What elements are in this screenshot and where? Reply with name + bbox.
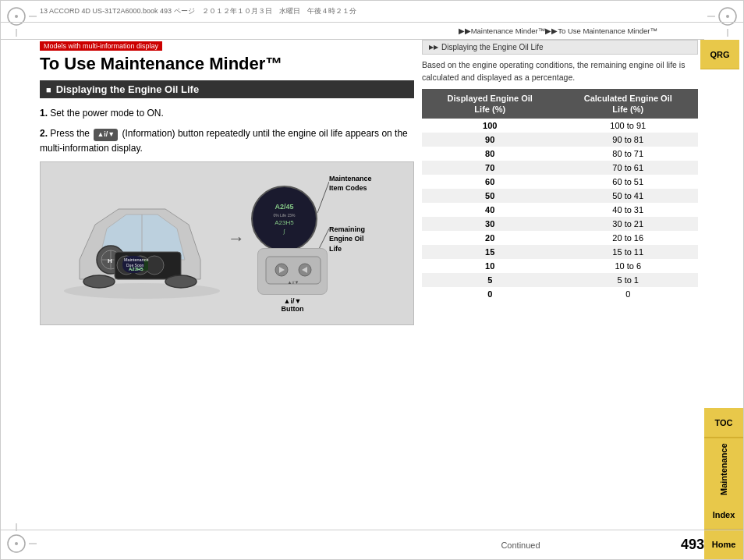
page-number: 493 [681,537,704,553]
callout-line-1 [317,182,329,213]
models-badge: Models with multi-information display [40,41,162,51]
page-container: 13 ACCORD 4D US-31T2A6000.book 493 ページ ２… [0,0,744,560]
table-row-calculated-4: 60 to 51 [558,175,698,189]
info-button-icon: ▲i/▼ [94,129,118,141]
table-row-displayed-3: 70 [422,161,558,175]
table-row-displayed-2: 80 [422,147,558,161]
step-1-number: 1. [40,108,48,119]
table-row-displayed-5: 50 [422,189,558,203]
table-row-calculated-2: 80 to 71 [558,147,698,161]
step-1-text: Set the power mode to ON. [50,108,163,119]
callout-maintenance-codes: MaintenanceItem Codes [329,174,372,193]
step-1: 1. Set the power mode to ON. [40,106,414,120]
breadcrumb: ▶▶Maintenance Minder™▶▶To Use Maintenanc… [459,27,657,35]
svg-text:Maintenance: Maintenance [124,257,149,262]
table-col2-header: Calculated Engine OilLife (%) [558,89,698,119]
table-row-calculated-7: 30 to 21 [558,217,698,231]
top-header: 13 ACCORD 4D US-31T2A6000.book 493 ページ ２… [1,1,743,23]
tab-toc[interactable]: TOC [704,408,743,438]
svg-text:▲i/▼: ▲i/▼ [288,280,299,285]
svg-text:A23H5: A23H5 [129,267,143,271]
button-svg: ▲i/▼ [262,253,324,288]
table-row-calculated-8: 20 to 16 [558,231,698,245]
button-label: ▲i/▼ Button [257,297,328,313]
table-row-displayed-1: 90 [422,133,558,147]
right-panel: Displaying the Engine Oil Life Based on … [422,40,698,528]
oil-life-table: Displayed Engine OilLife (%) Calculated … [422,89,698,302]
table-row-calculated-11: 5 to 1 [558,273,698,287]
table-row-calculated-10: 10 to 6 [558,259,698,273]
side-navigation: QRG TOC Maintenance Index Home [700,1,743,559]
page-title: To Use Maintenance Minder™ [40,54,414,74]
table-row-displayed-10: 10 [422,259,558,273]
step-2-number: 2. [40,128,48,139]
arrow-symbol: → [228,229,245,249]
car-diagram-svg: H A1 Maintenance Due Soon A23H5 [48,166,236,318]
table-row-calculated-1: 90 to 81 [558,133,698,147]
tab-maintenance[interactable]: Maintenance [704,438,743,500]
table-row-displayed-0: 100 [422,119,558,133]
panel-header-text: Displaying the Engine Oil Life [441,43,544,51]
breadcrumb-bar: ▶▶Maintenance Minder™▶▶To Use Maintenanc… [1,23,704,40]
continued-text: Continued [360,541,681,550]
step-2: 2. Press the ▲i/▼ (Information) button r… [40,126,414,155]
button-diagram-container: ▲i/▼ ▲i/▼ Button [257,248,328,313]
table-row-displayed-12: 0 [422,287,558,301]
table-row-calculated-3: 70 to 61 [558,161,698,175]
table-row-displayed-11: 5 [422,273,558,287]
left-content-area: Models with multi-information display To… [40,40,414,528]
bottom-bar: Continued 493 [1,530,743,559]
svg-point-29 [83,275,115,288]
tab-qrg[interactable]: QRG [700,40,739,69]
table-row-displayed-9: 15 [422,245,558,259]
tab-index[interactable]: Index [704,500,743,530]
callout-remaining-oil: RemainingEngine OilLife [329,225,365,254]
table-row-displayed-8: 20 [422,231,558,245]
table-row-calculated-5: 50 to 41 [558,189,698,203]
svg-line-35 [317,182,329,213]
svg-text:H: H [108,257,112,264]
table-row-calculated-9: 15 to 11 [558,245,698,259]
section-title: Displaying the Engine Oil Life [56,83,199,95]
file-info-text: 13 ACCORD 4D US-31T2A6000.book 493 ページ ２… [40,6,356,16]
panel-header: Displaying the Engine Oil Life [422,40,698,55]
svg-point-30 [165,275,197,288]
table-row-calculated-0: 100 to 91 [558,119,698,133]
table-row-calculated-12: 0 [558,287,698,301]
table-row-calculated-6: 40 to 31 [558,203,698,217]
table-row-displayed-4: 60 [422,175,558,189]
table-row-displayed-6: 40 [422,203,558,217]
diagram-area: H A1 Maintenance Due Soon A23H5 [40,161,414,325]
table-col1-header: Displayed Engine OilLife (%) [422,89,558,119]
section-header: Displaying the Engine Oil Life [40,80,414,98]
table-row-displayed-7: 30 [422,217,558,231]
panel-description: Based on the engine operating conditions… [422,55,698,89]
